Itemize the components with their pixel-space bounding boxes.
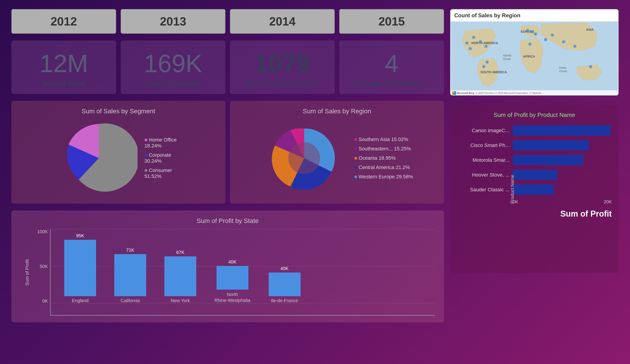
kpi-value-quantity: 169K [128,50,218,77]
segment-chart-card: Sum of Sales by Segment ■ Home Office18.… [12,101,226,204]
product-name-hoover: Hoover Stove, ... [457,172,509,178]
kpi-label-quantity: Sum of Quantity [128,79,218,87]
product-bar-canon [513,125,611,136]
product-name-motorola: Motorola Smar... [457,157,509,163]
segment-chart-title: Sum of Sales by Segment [18,108,218,115]
product-y-axis-label: Product Name [510,175,515,204]
bar-rect-california [114,254,146,296]
svg-text:ASIA: ASIA [586,28,594,31]
svg-point-22 [551,33,554,37]
svg-point-13 [469,47,472,50]
kpi-value-delivery: 4 [346,50,437,77]
y-tick-50k: 50K [34,264,50,269]
region-label-western-europe: ■ Western Europe 29.58% [354,174,413,180]
bar-rect-north-rhine [216,266,248,290]
kpi-label-delivery: Average of delivery d... [346,79,437,87]
segment-label-consumer: ■ Consumer51.52% [144,167,176,179]
profit-axis-label: Sum of Profit [560,209,612,218]
product-bar-hoover [513,170,557,180]
profit-product-title: Sum of Profit by Product Name [457,111,612,118]
svg-point-17 [526,29,529,32]
product-bar-motorola [513,155,583,165]
product-row-motorola: Motorola Smar... [457,155,612,165]
product-bar-sauder [513,185,554,195]
segment-pie-container: ■ Home Office18.24% ■ Corporate30.24% ■ … [18,119,218,197]
bar-england: 95K England [64,233,96,303]
year-filters: 2012 2013 2014 2015 [12,9,444,34]
bar-new-york: 67K New York [164,250,196,303]
bar-rect-england [64,240,96,296]
region-pie-container: ■ Southern Asia 15.02% ■ Southeastern...… [237,119,437,197]
year-btn-2015[interactable]: 2015 [339,9,444,34]
svg-point-19 [534,32,537,35]
y-tick-0k: 0K [34,299,50,304]
region-label-oceania: ■ Oceania 18.95% [354,155,413,161]
segment-label-corporate: ■ Corporate30.24% [144,152,176,164]
bar-value-new-york: 67K [176,250,184,255]
bar-label-north-rhine: NorthRhine-Westphalia [214,292,250,303]
year-btn-2014[interactable]: 2014 [230,9,335,34]
bing-text: Microsoft Bing [457,92,474,94]
map-title: Count of Sales by Region [450,9,618,22]
region-label-southeastern: ■ Southeastern... 15.25% [354,146,413,152]
svg-rect-30 [454,91,456,95]
svg-point-25 [589,65,592,68]
kpi-value-returned: 1079 [237,50,328,77]
bar-value-california: 71K [126,248,134,253]
region-chart-card: Sum of Sales by Region [230,101,444,204]
svg-rect-29 [453,91,454,93]
svg-text:NORTH AMERICA: NORTH AMERICA [471,41,498,45]
bar-value-ile-de-france: 40K [280,266,289,271]
product-row-canon: Canon imageC... [457,125,612,136]
map-card: Count of Sales by Region NORTH AMERIC [450,9,618,95]
product-row-hoover: Hoover Stove, ... [457,170,612,180]
charts-row: Sum of Sales by Segment ■ Home Office18.… [12,101,444,204]
svg-text:Atlantic: Atlantic [503,54,512,57]
region-chart-title: Sum of Sales by Region [237,108,437,115]
map-copyright: © 2023 TomTom, © 2024 Microsoft Corporat… [476,92,543,94]
profit-state-bar-card: Sum of Profit by State Sum of Profit 100… [12,210,444,322]
kpi-sum-returned: 1079 Sum of returned items [230,40,335,94]
h-axis-20k: 20K [604,199,612,205]
kpi-row: 12M Sum of Sales 169K Sum of Quantity 10… [12,40,444,94]
map-svg: NORTH AMERICA EUROPE ASIA AFRICA SOUTH A… [450,22,618,95]
kpi-label-sales: Sum of Sales [18,79,109,87]
bar-value-england: 95K [76,233,84,238]
segment-pie-svg [60,119,138,197]
region-donut-svg [261,119,348,197]
svg-text:SOUTH AMERICA: SOUTH AMERICA [480,70,507,74]
segment-label-home-office: ■ Home Office18.24% [144,137,176,149]
bar-north-rhine: 40K NorthRhine-Westphalia [214,259,250,303]
year-btn-2013[interactable]: 2013 [121,9,226,34]
svg-point-24 [573,45,576,48]
svg-point-23 [562,40,565,43]
kpi-value-sales: 12M [18,50,109,77]
region-label-central-america: ■ Central America 21.2% [354,164,413,170]
map-footer: Microsoft Bing © 2023 TomTom, © 2024 Mic… [450,90,618,95]
bar-label-new-york: New York [171,298,190,303]
product-name-sauder: Sauder Classic ... [457,187,509,193]
year-btn-2012[interactable]: 2012 [12,9,116,34]
bar-label-england: England [72,298,88,303]
svg-point-18 [530,30,534,33]
bar-california: 71K California [114,248,146,303]
svg-point-21 [544,38,547,41]
kpi-sum-of-sales: 12M Sum of Sales [12,40,116,94]
svg-point-16 [482,65,486,68]
region-labels: ■ Southern Asia 15.02% ■ Southeastern...… [354,136,413,180]
dashboard: 2012 2013 2014 2015 12M Sum of Sales 169… [0,0,630,364]
y-tick-100k: 100K [34,229,50,234]
product-name-canon: Canon imageC... [457,128,509,134]
bar-rect-ile-de-france [269,273,300,296]
y-axis-title: Sum of Profit [25,259,30,286]
kpi-avg-delivery: 4 Average of delivery d... [339,40,444,94]
bar-value-north-rhine: 40K [228,259,236,265]
product-chart-area: Canon imageC... Cisco Smart Ph... Motoro… [457,125,612,195]
kpi-label-returned: Sum of returned items [237,79,328,87]
product-x-axis-label: Sum of Profit [457,209,612,219]
region-label-southern-asia: ■ Southern Asia 15.02% [354,136,413,142]
bar-rect-new-york [164,256,196,296]
product-name-cisco: Cisco Smart Ph... [457,142,509,148]
svg-text:AFRICA: AFRICA [523,55,535,58]
profit-state-title: Sum of Profit by State [20,217,435,225]
